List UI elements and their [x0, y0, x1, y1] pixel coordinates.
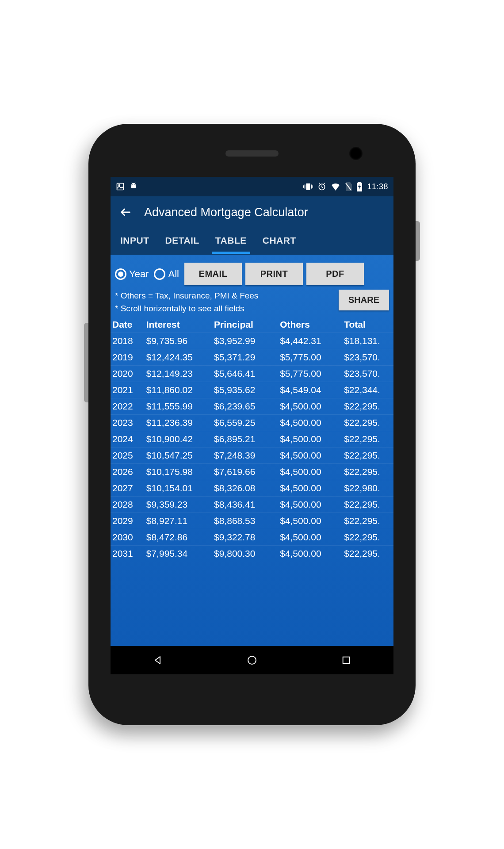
vibrate-icon: [303, 182, 313, 191]
svg-point-1: [118, 184, 120, 186]
cell-interest: $8,927.11: [146, 513, 214, 529]
amortization-table: Date Interest Principal Others Total 201…: [111, 317, 393, 562]
tab-table[interactable]: TABLE: [215, 235, 247, 248]
alarm-icon: [317, 182, 326, 191]
svg-rect-9: [303, 185, 304, 188]
table-row: 2018$9,735.96$3,952.99$4,442.31$18,131.: [111, 333, 393, 349]
cell-others: $4,442.31: [280, 333, 344, 349]
cell-date: 2020: [111, 366, 146, 382]
note-line-2: * Scroll horizontally to see all fields: [115, 302, 333, 315]
email-button[interactable]: EMAIL: [184, 263, 242, 285]
cell-principal: $6,239.65: [214, 398, 280, 415]
cell-others: $4,500.00: [280, 447, 344, 464]
cell-total: $23,570.: [344, 366, 393, 382]
table-header-row: Date Interest Principal Others Total: [111, 317, 393, 333]
col-date: Date: [111, 317, 146, 333]
svg-rect-8: [305, 184, 305, 188]
cell-principal: $8,436.41: [214, 497, 280, 513]
svg-point-3: [132, 184, 133, 185]
table-row: 2023$11,236.39$6,559.25$4,500.00$22,295.: [111, 415, 393, 431]
table-row: 2022$11,555.99$6,239.65$4,500.00$22,295.: [111, 398, 393, 415]
notes: * Others = Tax, Insurance, PMI & Fees * …: [115, 290, 333, 315]
battery-icon: [356, 182, 363, 191]
col-others: Others: [280, 317, 344, 333]
radio-all-wrap[interactable]: All: [154, 268, 179, 280]
table-row: 2030$8,472.86$9,322.78$4,500.00$22,295.: [111, 529, 393, 546]
cell-total: $22,295.: [344, 497, 393, 513]
cell-date: 2019: [111, 349, 146, 366]
notes-share-row: * Others = Tax, Insurance, PMI & Fees * …: [111, 287, 393, 317]
cell-interest: $8,472.86: [146, 529, 214, 546]
cell-total: $22,295.: [344, 513, 393, 529]
table-row: 2028$9,359.23$8,436.41$4,500.00$22,295.: [111, 497, 393, 513]
content-area: Year All EMAIL PRINT PDF * Others = Tax,…: [111, 255, 393, 646]
table-wrap[interactable]: Date Interest Principal Others Total 201…: [111, 317, 393, 646]
nav-home-button[interactable]: [244, 652, 260, 668]
svg-rect-17: [343, 657, 350, 664]
cell-principal: $5,646.41: [214, 366, 280, 382]
svg-line-6: [135, 183, 136, 184]
tab-input[interactable]: INPUT: [120, 235, 149, 248]
cell-others: $4,549.04: [280, 382, 344, 398]
cell-principal: $8,868.53: [214, 513, 280, 529]
svg-rect-15: [358, 182, 361, 183]
share-button[interactable]: SHARE: [339, 290, 389, 310]
cell-principal: $5,935.62: [214, 382, 280, 398]
cell-interest: $9,359.23: [146, 497, 214, 513]
wifi-icon: [331, 183, 340, 191]
radio-all[interactable]: [154, 268, 165, 280]
cell-others: $4,500.00: [280, 464, 344, 480]
svg-point-16: [248, 656, 256, 664]
status-bar-left: [116, 182, 138, 191]
svg-rect-2: [131, 185, 136, 188]
col-interest: Interest: [146, 317, 214, 333]
cell-date: 2028: [111, 497, 146, 513]
cell-date: 2023: [111, 415, 146, 431]
cell-interest: $11,236.39: [146, 415, 214, 431]
tab-detail[interactable]: DETAIL: [165, 235, 199, 248]
tab-chart[interactable]: CHART: [263, 235, 296, 248]
table-row: 2020$12,149.23$5,646.41$5,775.00$23,570.: [111, 366, 393, 382]
cell-interest: $12,424.35: [146, 349, 214, 366]
cell-total: $22,295.: [344, 431, 393, 447]
svg-point-4: [134, 184, 135, 185]
cell-date: 2024: [111, 431, 146, 447]
cell-total: $22,980.: [344, 480, 393, 497]
cell-date: 2030: [111, 529, 146, 546]
table-row: 2031$7,995.34$9,800.30$4,500.00$22,295.: [111, 546, 393, 562]
cell-others: $4,500.00: [280, 431, 344, 447]
cell-principal: $9,800.30: [214, 546, 280, 562]
cell-interest: $10,175.98: [146, 464, 214, 480]
cell-date: 2031: [111, 546, 146, 562]
nav-recent-button[interactable]: [338, 652, 354, 668]
cell-principal: $9,322.78: [214, 529, 280, 546]
note-line-1: * Others = Tax, Insurance, PMI & Fees: [115, 290, 333, 302]
screen: 11:38 Advanced Mortgage Calculator INPUT…: [111, 177, 393, 674]
col-total: Total: [344, 317, 393, 333]
status-bar-right: 11:38: [303, 182, 388, 191]
table-row: 2026$10,175.98$7,619.66$4,500.00$22,295.: [111, 464, 393, 480]
cell-others: $4,500.00: [280, 546, 344, 562]
cell-interest: $12,149.23: [146, 366, 214, 382]
radio-year-wrap[interactable]: Year: [115, 268, 149, 280]
status-time: 11:38: [367, 182, 388, 191]
cell-principal: $7,248.39: [214, 447, 280, 464]
cell-total: $22,295.: [344, 415, 393, 431]
cell-principal: $6,559.25: [214, 415, 280, 431]
col-principal: Principal: [214, 317, 280, 333]
back-button[interactable]: [118, 204, 134, 220]
print-button[interactable]: PRINT: [245, 263, 303, 285]
cell-interest: $11,860.02: [146, 382, 214, 398]
cell-date: 2018: [111, 333, 146, 349]
app-title: Advanced Mortgage Calculator: [144, 206, 308, 219]
pdf-button[interactable]: PDF: [306, 263, 364, 285]
radio-year[interactable]: [115, 268, 126, 280]
cell-others: $4,500.00: [280, 497, 344, 513]
cell-total: $22,295.: [344, 546, 393, 562]
cell-total: $18,131.: [344, 333, 393, 349]
android-icon: [129, 182, 138, 191]
phone-camera: [349, 147, 363, 160]
cell-date: 2029: [111, 513, 146, 529]
svg-rect-7: [306, 184, 310, 190]
nav-back-button[interactable]: [150, 652, 166, 668]
